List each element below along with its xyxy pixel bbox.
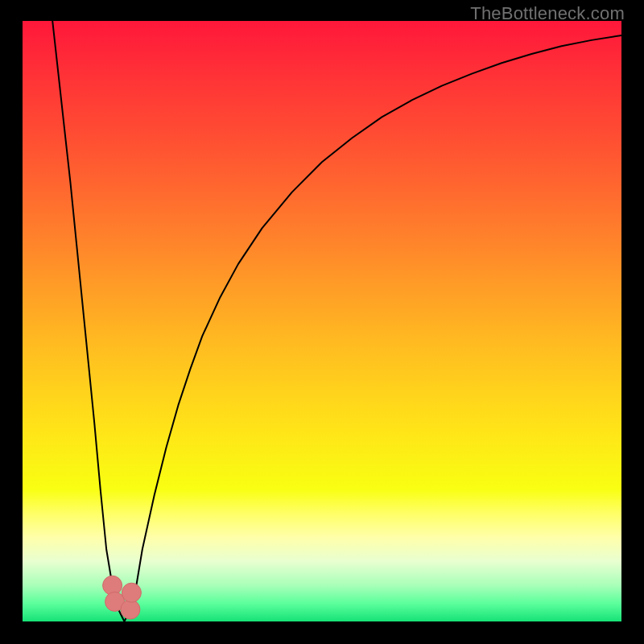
marker-point [121, 600, 140, 619]
marker-point [122, 583, 141, 602]
attribution-label: TheBottleneck.com [470, 3, 625, 24]
plot-area [23, 21, 621, 621]
chart-outer-frame: TheBottleneck.com [0, 0, 644, 644]
gradient-background [23, 21, 621, 621]
bottleneck-chart [23, 21, 621, 621]
